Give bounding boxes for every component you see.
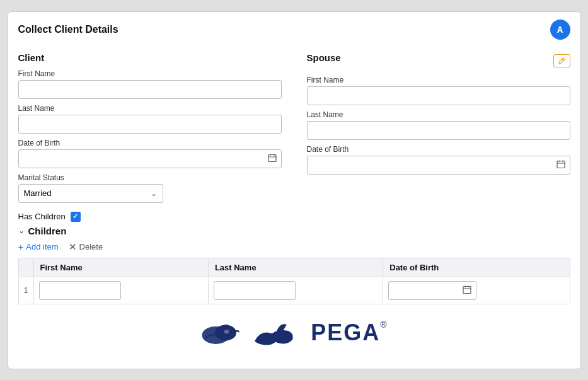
spouse-dob-input[interactable]	[307, 156, 570, 175]
children-actions: + Add item ✕ Delete	[18, 241, 570, 253]
page-header: Collect Client Details A	[8, 12, 580, 46]
page-title: Collect Client Details	[18, 24, 118, 35]
row-number: 1	[18, 277, 33, 304]
spouse-edit-button[interactable]	[553, 54, 570, 67]
add-item-label: Add item	[26, 242, 58, 251]
child-first-name-input[interactable]	[39, 281, 121, 300]
x-icon: ✕	[69, 241, 77, 253]
spouse-last-name-label: Last Name	[307, 110, 570, 119]
pega-text-label: PEGA	[311, 320, 380, 346]
spouse-heading: Spouse	[307, 52, 341, 63]
spouse-first-name-input[interactable]	[307, 86, 570, 105]
child-first-name-cell	[33, 277, 208, 304]
client-first-name-label: First Name	[18, 69, 282, 78]
svg-line-4	[562, 59, 564, 60]
plus-icon: +	[18, 241, 24, 252]
form-body: Client First Name Last Name Date of Birt…	[8, 46, 580, 369]
page-container: Collect Client Details A Client First Na…	[8, 11, 581, 369]
client-last-name-input[interactable]	[18, 115, 282, 134]
spouse-dob-label: Date of Birth	[307, 145, 570, 154]
client-first-name-input[interactable]	[18, 80, 282, 99]
spouse-dob-wrapper	[307, 156, 570, 175]
spouse-first-name-label: First Name	[307, 76, 570, 84]
child-last-name-cell	[208, 277, 383, 304]
col-header-last-name: Last Name	[208, 258, 383, 277]
two-col-layout: Client First Name Last Name Date of Birt…	[18, 52, 570, 203]
chevron-down-icon: ⌄	[18, 226, 25, 235]
child-dob-wrapper	[388, 281, 476, 300]
col-header-dob: Date of Birth	[383, 258, 570, 277]
children-heading: Children	[28, 226, 67, 236]
has-children-row: Has Children	[18, 212, 570, 222]
pega-footer: PEGA ®	[18, 304, 570, 359]
children-section-header: ⌄ Children	[18, 226, 570, 236]
svg-point-15	[224, 330, 229, 333]
pega-shark-icon	[201, 318, 245, 348]
client-heading: Client	[18, 52, 282, 63]
marital-status-select[interactable]: Married Single Divorced Widowed	[18, 184, 163, 203]
client-dob-input[interactable]	[18, 149, 282, 168]
table-row: 1	[18, 277, 570, 304]
pega-logo-svg	[251, 317, 302, 348]
marital-status-label: Marital Status	[18, 173, 282, 182]
pega-registered-symbol: ®	[380, 320, 386, 330]
child-dob-cell	[383, 277, 570, 304]
spouse-last-name-input[interactable]	[307, 121, 570, 140]
delete-label: Delete	[79, 242, 103, 251]
client-last-name-label: Last Name	[18, 104, 282, 113]
client-dob-label: Date of Birth	[18, 139, 282, 147]
child-dob-input[interactable]	[388, 281, 476, 300]
client-dob-wrapper	[18, 149, 282, 168]
spouse-section: Spouse First Name Last Name Date of Birt…	[307, 52, 570, 203]
client-section: Client First Name Last Name Date of Birt…	[18, 52, 282, 203]
pega-logo: PEGA ®	[201, 317, 386, 348]
add-item-button[interactable]: + Add item	[18, 241, 59, 252]
has-children-checkbox[interactable]	[71, 212, 81, 222]
avatar: A	[550, 20, 570, 40]
children-table: First Name Last Name Date of Birth 1	[18, 258, 570, 304]
marital-status-wrapper: Married Single Divorced Widowed ⌄	[18, 184, 163, 203]
children-table-header-row: First Name Last Name Date of Birth	[18, 258, 570, 277]
spouse-header-row: Spouse	[307, 52, 570, 69]
delete-button[interactable]: ✕ Delete	[69, 241, 103, 253]
pega-wordmark: PEGA ®	[311, 320, 386, 346]
col-header-first-name: First Name	[33, 258, 208, 277]
child-last-name-input[interactable]	[214, 281, 296, 300]
has-children-label: Has Children	[18, 212, 66, 221]
